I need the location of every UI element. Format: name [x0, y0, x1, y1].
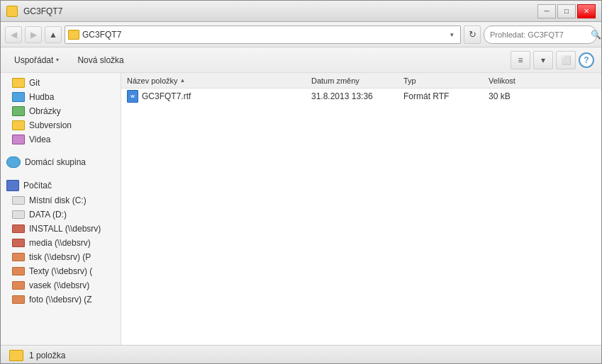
sidebar-item-subversion-label: Subversion — [29, 120, 72, 130]
search-bar[interactable]: 🔍 — [484, 25, 597, 44]
sidebar-item-texty-label: Texty (\\debsrv) ( — [29, 266, 92, 276]
install-drive-icon — [12, 224, 25, 233]
status-bar: 1 položka — [1, 345, 601, 364]
title-bar-folder-icon — [6, 6, 18, 17]
refresh-button[interactable]: ↻ — [464, 25, 481, 44]
sidebar: Git Hudba Obrázky Subversion Videa Domác… — [1, 73, 121, 345]
file-name-cell: W GC3FQT7.rtf — [124, 90, 308, 103]
texty-drive-icon — [12, 267, 25, 275]
organize-button[interactable]: Uspořádat ▾ — [8, 52, 65, 69]
sidebar-item-media[interactable]: media (\\debsrv) — [1, 236, 121, 250]
up-arrow-icon: ▲ — [49, 30, 57, 40]
column-name-label: Název položky — [127, 76, 178, 85]
column-size[interactable]: Velikost — [486, 73, 542, 88]
close-button[interactable]: ✕ — [577, 4, 596, 18]
media-drive-icon — [12, 239, 25, 247]
sidebar-item-videa-label: Videa — [29, 135, 50, 144]
sidebar-item-c[interactable]: Místní disk (C:) — [1, 193, 121, 207]
sidebar-item-media-label: media (\\debsrv) — [29, 238, 91, 248]
vasek-drive-icon — [12, 281, 25, 290]
rtf-file-icon: W — [127, 90, 138, 103]
organize-dropdown-icon: ▾ — [56, 57, 59, 63]
sidebar-item-hudba-label: Hudba — [29, 92, 54, 102]
address-input[interactable] — [82, 30, 443, 40]
view-dropdown-button[interactable]: ▾ — [533, 51, 553, 69]
preview-pane-button[interactable]: ⬜ — [556, 51, 576, 69]
title-bar: GC3FQT7 ─ □ ✕ — [1, 1, 601, 22]
videa-folder-icon — [12, 135, 25, 144]
sidebar-item-install-label: INSTALL (\\debsrv) — [29, 224, 101, 234]
back-button[interactable]: ◀ — [5, 26, 22, 43]
search-input[interactable] — [490, 30, 588, 39]
file-list-header: Název položky ▲ Datum změny Typ Velikost — [121, 73, 601, 89]
new-folder-label: Nová složka — [77, 55, 123, 65]
subversion-folder-icon — [12, 120, 25, 130]
title-bar-left: GC3FQT7 — [6, 6, 62, 17]
new-folder-button[interactable]: Nová složka — [71, 52, 130, 69]
sidebar-item-tisk[interactable]: tisk (\\debsrv) (P — [1, 250, 121, 264]
column-type-label: Typ — [403, 76, 416, 85]
domaci-skupina-label: Domácí skupina — [25, 157, 86, 167]
column-date[interactable]: Datum změny — [308, 73, 401, 88]
c-drive-icon — [12, 196, 25, 205]
sidebar-item-foto[interactable]: foto (\\debsrv) (Z — [1, 292, 121, 307]
sidebar-item-hudba[interactable]: Hudba — [1, 90, 121, 104]
organize-label: Uspořádat — [14, 55, 53, 65]
sidebar-item-obrazky[interactable]: Obrázky — [1, 104, 121, 118]
sidebar-domaci-skupina[interactable]: Domácí skupina — [1, 152, 121, 170]
view-dropdown-icon: ▾ — [541, 55, 545, 65]
sidebar-item-foto-label: foto (\\debsrv) (Z — [29, 295, 92, 305]
sidebar-item-install[interactable]: INSTALL (\\debsrv) — [1, 222, 121, 236]
address-bar[interactable]: ▾ — [65, 25, 461, 44]
up-button[interactable]: ▲ — [45, 26, 62, 43]
minimize-button[interactable]: ─ — [537, 4, 556, 18]
foto-drive-icon — [12, 295, 25, 304]
sidebar-item-subversion[interactable]: Subversion — [1, 118, 121, 132]
help-icon: ? — [584, 55, 589, 65]
main-content: Git Hudba Obrázky Subversion Videa Domác… — [1, 73, 601, 345]
refresh-icon: ↻ — [469, 29, 476, 40]
nav-bar: ◀ ▶ ▲ ▾ ↻ 🔍 — [1, 22, 601, 47]
preview-icon: ⬜ — [561, 55, 572, 65]
sidebar-item-c-label: Místní disk (C:) — [29, 195, 87, 205]
help-button[interactable]: ? — [579, 52, 594, 68]
search-icon: 🔍 — [591, 30, 601, 40]
sidebar-item-git-label: Git — [29, 78, 40, 88]
obrazky-folder-icon — [12, 106, 25, 116]
sidebar-item-d[interactable]: DATA (D:) — [1, 207, 121, 222]
column-size-label: Velikost — [489, 76, 515, 85]
back-arrow-icon: ◀ — [11, 30, 17, 40]
toolbar-right: ≡ ▾ ⬜ ? — [511, 51, 594, 69]
forward-button[interactable]: ▶ — [25, 26, 42, 43]
address-folder-icon — [68, 30, 79, 40]
sidebar-item-texty[interactable]: Texty (\\debsrv) ( — [1, 264, 121, 278]
sidebar-item-vasek[interactable]: vasek (\\debsrv) — [1, 278, 121, 292]
sidebar-item-d-label: DATA (D:) — [29, 210, 67, 220]
view-options-button[interactable]: ≡ — [511, 51, 530, 69]
pocitac-label: Počítač — [23, 181, 52, 190]
sidebar-pocitac[interactable]: Počítač — [1, 176, 121, 193]
sidebar-item-git[interactable]: Git — [1, 76, 121, 90]
hudba-folder-icon — [12, 92, 25, 102]
maximize-button[interactable]: □ — [557, 4, 576, 18]
forward-arrow-icon: ▶ — [30, 30, 37, 40]
title-bar-title: GC3FQT7 — [23, 6, 62, 16]
table-row[interactable]: W GC3FQT7.rtf 31.8.2013 13:36 Formát RTF… — [121, 89, 601, 104]
column-name[interactable]: Název položky ▲ — [124, 73, 308, 88]
home-group-icon — [6, 157, 21, 168]
tisk-drive-icon — [12, 253, 25, 261]
status-folder-icon — [9, 350, 23, 361]
title-bar-controls: ─ □ ✕ — [537, 4, 596, 18]
sidebar-item-obrazky-label: Obrázky — [29, 106, 61, 116]
file-size-cell: 30 kB — [486, 91, 542, 101]
column-type[interactable]: Typ — [401, 73, 486, 88]
computer-icon — [6, 180, 19, 191]
status-text: 1 položka — [29, 351, 65, 360]
sidebar-item-vasek-label: vasek (\\debsrv) — [29, 280, 89, 290]
file-list-body: W GC3FQT7.rtf 31.8.2013 13:36 Formát RTF… — [121, 89, 601, 345]
address-dropdown-button[interactable]: ▾ — [446, 26, 457, 43]
d-drive-icon — [12, 210, 25, 219]
sidebar-item-videa[interactable]: Videa — [1, 132, 121, 147]
git-folder-icon — [12, 78, 25, 88]
file-date-cell: 31.8.2013 13:36 — [308, 91, 401, 101]
